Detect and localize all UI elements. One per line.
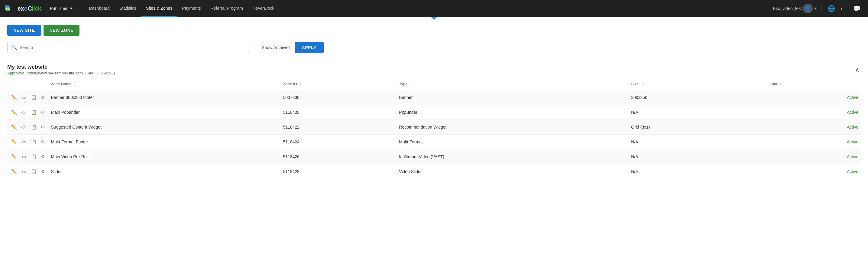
- nav-payments[interactable]: Payments: [177, 0, 206, 17]
- edit-icon[interactable]: ✏️: [10, 168, 19, 175]
- site-id: (Site ID: 959296): [85, 71, 115, 75]
- show-archived-label[interactable]: Show Archived: [254, 45, 290, 50]
- lang-chevron-icon: ▼: [840, 7, 843, 10]
- copy-icon[interactable]: 📋: [29, 138, 38, 146]
- show-archived-checkbox[interactable]: [254, 45, 259, 50]
- row-actions: ✏️ <> 📋 ⚙: [7, 164, 49, 179]
- th-status[interactable]: Status: [768, 78, 861, 90]
- globe-icon: 🌐: [828, 5, 835, 12]
- apply-button[interactable]: APPLY: [295, 42, 324, 53]
- publisher-button[interactable]: Publisher ▼: [46, 4, 77, 13]
- user-info[interactable]: Exo_video_test 👤 ▼: [773, 4, 817, 13]
- sort-icon-type: ⇅: [410, 82, 413, 86]
- publisher-label: Publisher: [50, 6, 67, 11]
- row-actions: ✏️ <> 📋 ⚙: [7, 135, 49, 149]
- edit-icon[interactable]: ✏️: [10, 153, 19, 161]
- th-zone-name[interactable]: Zone Name ⇅: [49, 78, 281, 90]
- table-row: ✏️ <> 📋 ⚙ Main Popunder 5118420 Popunder…: [7, 105, 861, 120]
- sort-icon-zone-name: ⇅: [74, 82, 77, 86]
- zones-table: Zone Name ⇅ Zone ID ↑ Type ⇅ Size ⇅ Stat…: [7, 78, 861, 179]
- copy-icon[interactable]: 📋: [29, 94, 38, 101]
- cell-zone-name: Main Video Pre-Roll: [49, 149, 281, 164]
- cell-type: In-Stream Video (VAST): [397, 149, 629, 164]
- site-url: https://www.my-sample-site.com: [27, 71, 83, 75]
- nav-neverblock[interactable]: NeverBlock: [248, 0, 279, 17]
- logo-icon: ex: [5, 3, 17, 14]
- settings-icon[interactable]: ⚙: [39, 109, 46, 116]
- sort-icon-zone-id: ↑: [299, 82, 301, 86]
- cell-size: N/A: [629, 149, 768, 164]
- site-header: My test website Approved https://www.my-…: [7, 60, 861, 78]
- cell-zone-name: Suggested Content Widget: [49, 120, 281, 135]
- th-type[interactable]: Type ⇅: [397, 78, 629, 90]
- search-input[interactable]: [20, 45, 245, 50]
- code-icon[interactable]: <>: [20, 124, 28, 131]
- settings-icon[interactable]: ⚙: [39, 138, 46, 146]
- collapse-button[interactable]: ∧: [854, 65, 861, 75]
- edit-icon[interactable]: ✏️: [10, 94, 19, 101]
- chevron-down-icon: ▼: [69, 6, 73, 10]
- new-zone-button[interactable]: NEW ZONE: [43, 25, 80, 36]
- row-actions: ✏️ <> 📋 ⚙: [7, 149, 49, 164]
- table-row: ✏️ <> 📋 ⚙ Multi-Format Footer 5118424 Mu…: [7, 135, 861, 149]
- row-actions: ✏️ <> 📋 ⚙: [7, 90, 49, 105]
- edit-icon[interactable]: ✏️: [10, 123, 19, 131]
- cell-size: 300x250: [629, 90, 768, 105]
- site-title-area: My test website Approved https://www.my-…: [7, 64, 115, 75]
- action-buttons: NEW SITE NEW ZONE: [7, 25, 861, 36]
- copy-icon[interactable]: 📋: [29, 123, 38, 131]
- cell-status: Active: [768, 90, 861, 105]
- nav-indicator: [0, 17, 868, 20]
- search-area: 🔍 Show Archived APPLY: [7, 42, 861, 53]
- search-icon: 🔍: [11, 45, 17, 50]
- logo-text: exoClick: [18, 5, 41, 12]
- messages-button[interactable]: 💬: [851, 4, 863, 13]
- th-actions: [7, 78, 49, 90]
- edit-icon[interactable]: ✏️: [10, 138, 19, 146]
- copy-icon[interactable]: 📋: [29, 168, 38, 175]
- show-archived-text: Show Archived: [262, 45, 290, 50]
- cell-zone-id: 5037338: [280, 90, 397, 105]
- cell-zone-id: 5118424: [280, 135, 397, 149]
- avatar-icon: 👤: [805, 6, 811, 11]
- cell-zone-name: Banner 300x250 footer: [49, 90, 281, 105]
- code-icon[interactable]: <>: [20, 168, 28, 175]
- copy-icon[interactable]: 📋: [29, 109, 38, 116]
- cell-zone-id: 5118422: [280, 120, 397, 135]
- code-icon[interactable]: <>: [20, 139, 28, 146]
- nav-statistics[interactable]: Statistics: [115, 0, 141, 17]
- nav-dashboard[interactable]: Dashboard: [84, 0, 115, 17]
- svg-text:ex: ex: [5, 6, 10, 10]
- settings-icon[interactable]: ⚙: [39, 168, 46, 175]
- settings-icon[interactable]: ⚙: [39, 123, 46, 131]
- cell-size: Grid (3x1): [629, 120, 768, 135]
- logo: ex exoClick: [5, 3, 41, 14]
- code-icon[interactable]: <>: [20, 94, 28, 101]
- cell-zone-id: 5118420: [280, 105, 397, 120]
- cell-type: Recommendation Widget: [397, 120, 629, 135]
- cell-zone-id: 5118426: [280, 149, 397, 164]
- search-input-wrap: 🔍: [7, 42, 249, 53]
- th-size[interactable]: Size ⇅: [629, 78, 768, 90]
- th-zone-id[interactable]: Zone ID ↑: [280, 78, 397, 90]
- sort-icon-size: ⇅: [641, 82, 644, 86]
- language-button[interactable]: 🌐: [825, 4, 837, 13]
- settings-icon[interactable]: ⚙: [39, 94, 46, 101]
- settings-icon[interactable]: ⚙: [39, 153, 46, 161]
- new-site-button[interactable]: NEW SITE: [7, 25, 41, 36]
- code-icon[interactable]: <>: [20, 153, 28, 161]
- chevron-up-icon: ∧: [855, 66, 860, 73]
- site-status-badge: Approved: [7, 71, 24, 75]
- edit-icon[interactable]: ✏️: [10, 109, 19, 116]
- nav-sites-zones[interactable]: Sites & Zones: [141, 0, 177, 17]
- message-icon: 💬: [853, 5, 861, 12]
- cell-size: N/A: [629, 105, 768, 120]
- user-avatar: 👤: [803, 4, 813, 13]
- cell-zone-name: Slider: [49, 164, 281, 179]
- copy-icon[interactable]: 📋: [29, 153, 38, 161]
- nav-referral[interactable]: Referral Program: [206, 0, 248, 17]
- code-icon[interactable]: <>: [20, 109, 28, 116]
- site-title: My test website: [7, 64, 115, 70]
- cell-zone-name: Main Popunder: [49, 105, 281, 120]
- cell-type: Video Slider: [397, 164, 629, 179]
